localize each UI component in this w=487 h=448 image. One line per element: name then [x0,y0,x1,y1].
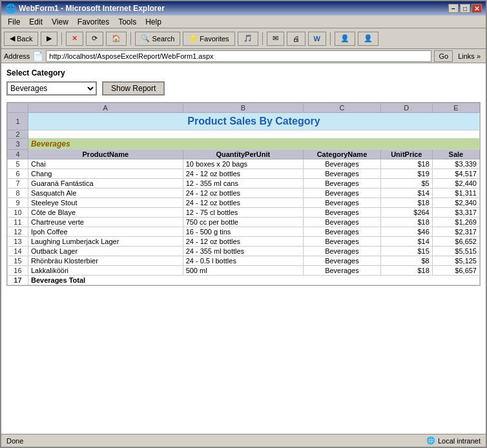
menu-favorites[interactable]: Favorites [74,17,113,27]
stop-icon: ✕ [72,34,78,43]
search-label: Search [152,35,174,43]
cell-category: Beverages [304,237,381,247]
cell-qty: 24 - 0.5 l bottles [183,256,303,266]
cell-product: Sasquatch Ale [28,188,183,198]
cell-category: Beverages [304,179,381,188]
toolbar: ◀ Back ▶ ✕ ⟳ 🏠 🔍 Search ⭐ Favorites 🎵 [1,28,486,49]
cell-qty: 24 - 12 oz bottles [183,169,303,179]
word-button[interactable]: W [308,32,326,46]
zone-icon: 🌐 [426,436,435,445]
links-button[interactable]: Links » [455,52,483,60]
cell-sale: $2,440 [432,179,479,188]
toolbar-separator-1 [61,32,62,45]
cell-sale: $6,657 [432,266,479,276]
menu-view[interactable]: View [48,17,72,27]
col-header-rn [8,103,28,113]
report-title: Product Sales By Category [28,113,479,130]
window-title: WebForm1 - Microsoft Internet Explorer [19,4,165,13]
category-select[interactable]: Beverages Condiments Confections Dairy P… [6,81,97,96]
row-num-7: 7 [8,179,28,188]
cell-price: $14 [380,188,432,198]
cell-sale: $5,125 [432,256,479,266]
cell-sale: $1,269 [432,218,479,227]
cell-qty: 10 boxes x 20 bags [183,159,303,169]
cell-price: $14 [380,237,432,247]
cell-category: Beverages [304,266,381,276]
cell-qty: 24 - 12 oz bottles [183,188,303,198]
row-num-6: 6 [8,169,28,179]
show-report-button[interactable]: Show Report [102,81,165,96]
home-button[interactable]: 🏠 [106,32,127,46]
cell-category: Beverages [304,188,381,198]
cell-category: Beverages [304,247,381,256]
table-row: 10 Côte de Blaye 12 - 75 cl bottles Beve… [8,208,480,218]
menu-edit[interactable]: Edit [25,17,47,27]
cell-product: Guaraná Fantástica [28,179,183,188]
menu-tools[interactable]: Tools [114,17,140,27]
toolbar-separator-2 [130,32,131,45]
cell-qty: 24 - 12 oz bottles [183,198,303,208]
menu-help[interactable]: Help [141,17,165,27]
table-row: 7 Guaraná Fantástica 12 - 355 ml cans Be… [8,179,480,188]
forward-button[interactable]: ▶ [41,32,57,46]
col-header-d: D [380,103,432,113]
col-header-category: CategoryName [304,150,381,159]
user2-button[interactable]: 👤 [358,32,378,46]
table-row: 5 Chai 10 boxes x 20 bags Beverages $18 … [8,159,480,169]
cell-category: Beverages [304,198,381,208]
stop-button[interactable]: ✕ [66,32,83,46]
cell-price: $264 [380,208,432,218]
row-num-12: 12 [8,227,28,237]
table-row: 8 Sasquatch Ale 24 - 12 oz bottles Bever… [8,188,480,198]
row-num-14: 14 [8,247,28,256]
cell-category: Beverages [304,256,381,266]
cell-qty: 12 - 355 ml cans [183,179,303,188]
cell-sale: $2,317 [432,227,479,237]
row-num-9: 9 [8,198,28,208]
mail-button[interactable]: ✉ [267,32,284,46]
col-header-qty: QuantityPerUnit [183,150,303,159]
favorites-button[interactable]: ⭐ Favorites [183,32,234,46]
col-header-row: A B C D E [8,103,480,113]
table-row: 11 Chartreuse verte 750 cc per bottle Be… [8,218,480,227]
print-button[interactable]: 🖨 [287,32,306,46]
refresh-button[interactable]: ⟳ [86,32,103,46]
user1-button[interactable]: 👤 [335,32,355,46]
forward-arrow-icon: ▶ [47,34,52,43]
media-icon: 🎵 [244,34,253,43]
cell-price: $15 [380,247,432,256]
toolbar-separator-3 [262,32,263,45]
cell-price: $18 [380,159,432,169]
address-input[interactable] [46,50,431,62]
window-controls: − □ ✕ [448,4,482,13]
close-button[interactable]: ✕ [471,4,482,13]
cell-qty: 24 - 355 ml bottles [183,247,303,256]
table-row: 12 Ipoh Coffee 16 - 500 g tins Beverages… [8,227,480,237]
menu-file[interactable]: File [4,17,24,27]
table-row: 15 Rhönbräu Klosterbier 24 - 0.5 l bottl… [8,256,480,266]
minimize-button[interactable]: − [448,4,459,13]
col-header-sale: Sale [432,150,479,159]
category-header-cell: Beverages [28,139,479,150]
browser-page-icon: 📄 [32,51,43,61]
cell-product: Rhönbräu Klosterbier [28,256,183,266]
title-row-1: 1 Product Sales By Category [8,113,480,130]
back-button[interactable]: ◀ Back [4,32,38,46]
cell-qty: 750 cc per bottle [183,218,303,227]
row-num-8: 8 [8,188,28,198]
cell-category: Beverages [304,169,381,179]
cell-product: Côte de Blaye [28,208,183,218]
media-button[interactable]: 🎵 [238,32,258,46]
title-bar-left: 🌐 WebForm1 - Microsoft Internet Explorer [5,3,165,14]
cell-category: Beverages [304,227,381,237]
search-button[interactable]: 🔍 Search [135,32,180,46]
cell-category: Beverages [304,159,381,169]
col-header-e: E [432,103,479,113]
go-button[interactable]: Go [434,50,453,62]
controls-row: Beverages Condiments Confections Dairy P… [6,81,481,96]
maximize-button[interactable]: □ [460,4,470,13]
category-header-row: 3 Beverages [8,139,480,150]
cell-category: Beverages [304,218,381,227]
cell-sale: $4,517 [432,169,479,179]
title-row-2: 2 [8,130,480,139]
